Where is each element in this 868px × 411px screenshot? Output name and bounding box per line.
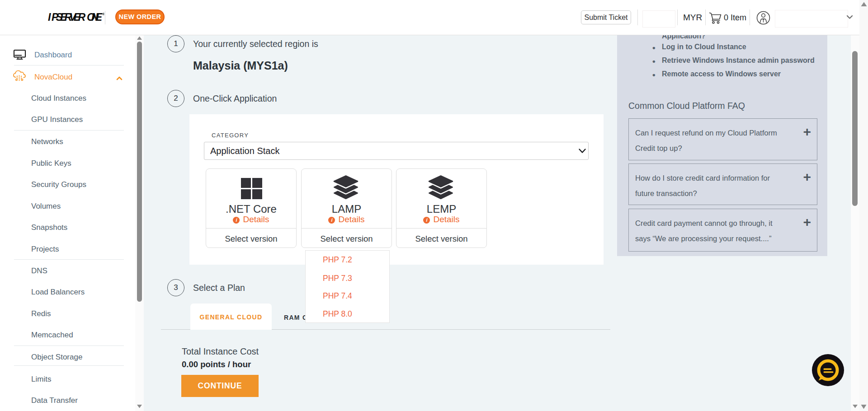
svg-text:ONE: ONE <box>87 11 103 23</box>
svg-text:PSERVER: PSERVER <box>52 11 85 23</box>
svg-text:I: I <box>48 11 51 23</box>
svg-text:®: ® <box>102 12 104 16</box>
